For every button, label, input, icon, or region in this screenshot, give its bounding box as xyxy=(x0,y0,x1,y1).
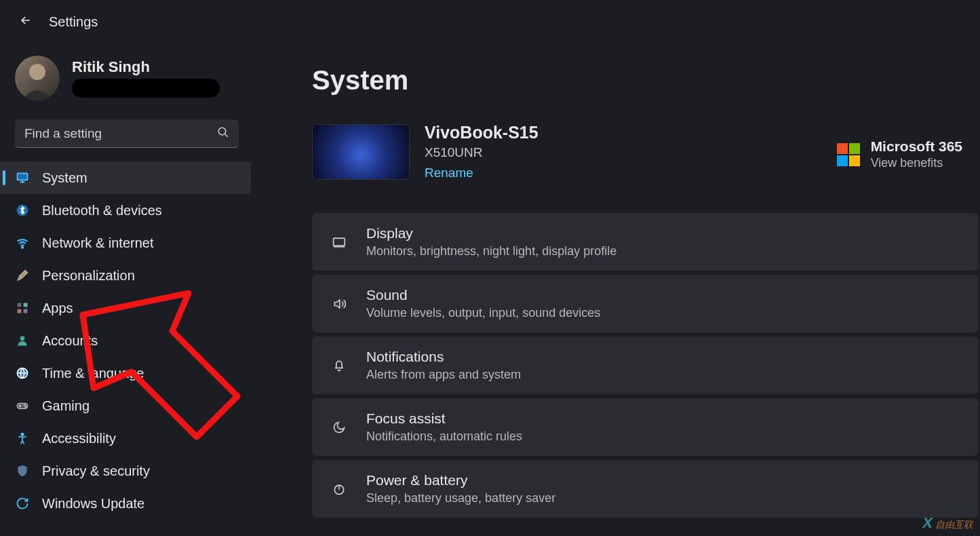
card-subtitle: Volume levels, output, input, sound devi… xyxy=(366,306,600,320)
person-icon xyxy=(15,333,30,348)
shield-icon xyxy=(15,463,30,478)
card-subtitle: Monitors, brightness, night light, displ… xyxy=(366,244,616,259)
microsoft-logo-icon xyxy=(837,143,860,166)
wifi-icon xyxy=(15,235,30,250)
card-subtitle: Sleep, battery usage, battery saver xyxy=(366,491,555,505)
svg-point-4 xyxy=(22,246,24,248)
power-icon xyxy=(330,482,349,496)
settings-card-notifications[interactable]: Notifications Alerts from apps and syste… xyxy=(312,337,979,394)
card-title: Sound xyxy=(366,287,600,303)
bell-icon xyxy=(330,359,349,372)
sidebar-item-time[interactable]: Time & language xyxy=(0,357,251,389)
update-icon xyxy=(15,496,30,511)
sidebar-item-label: Windows Update xyxy=(42,496,144,512)
card-title: Display xyxy=(366,225,616,242)
sidebar-item-label: Accounts xyxy=(42,333,98,349)
svg-point-0 xyxy=(29,64,45,80)
svg-rect-6 xyxy=(24,303,28,307)
sidebar-item-update[interactable]: Windows Update xyxy=(0,487,251,520)
sidebar-item-label: Bluetooth & devices xyxy=(42,203,162,218)
search-input-container[interactable] xyxy=(15,119,239,148)
settings-card-sound[interactable]: Sound Volume levels, output, input, soun… xyxy=(312,275,979,332)
user-email-redacted xyxy=(72,79,220,98)
sidebar-item-label: Privacy & security xyxy=(42,463,150,479)
microsoft-365-link[interactable]: Microsoft 365 View benefits xyxy=(837,138,962,170)
search-icon xyxy=(217,126,229,141)
svg-rect-5 xyxy=(18,303,22,307)
svg-point-13 xyxy=(25,406,26,408)
gamepad-icon xyxy=(15,398,30,413)
settings-card-power[interactable]: Power & battery Sleep, battery usage, ba… xyxy=(312,460,979,518)
apps-icon xyxy=(15,301,30,315)
svg-point-9 xyxy=(20,336,25,341)
avatar xyxy=(15,56,60,100)
back-button[interactable] xyxy=(19,14,33,30)
page-title: Settings xyxy=(49,14,98,30)
sidebar-item-system[interactable]: System xyxy=(0,161,251,194)
m365-subtitle: View benefits xyxy=(871,156,962,170)
sidebar-item-personalization[interactable]: Personalization xyxy=(0,259,251,292)
main-heading: System xyxy=(312,65,980,96)
search-input[interactable] xyxy=(24,126,217,141)
svg-rect-2 xyxy=(18,173,28,180)
globe-icon xyxy=(15,366,30,381)
sidebar-item-label: Network & internet xyxy=(42,235,154,251)
svg-rect-7 xyxy=(18,309,22,313)
moon-icon xyxy=(330,421,349,434)
sidebar-item-gaming[interactable]: Gaming xyxy=(0,389,251,422)
sidebar-item-privacy[interactable]: Privacy & security xyxy=(0,455,251,487)
watermark: X自由互联 xyxy=(922,514,973,532)
device-thumbnail xyxy=(312,124,410,180)
sound-icon xyxy=(330,297,349,311)
card-subtitle: Alerts from apps and system xyxy=(366,368,521,382)
svg-rect-15 xyxy=(334,238,345,246)
card-subtitle: Notifications, automatic rules xyxy=(366,429,522,444)
brush-icon xyxy=(15,268,30,283)
sidebar-item-label: Personalization xyxy=(42,268,135,284)
accessibility-icon xyxy=(15,431,30,446)
monitor-icon xyxy=(15,170,30,185)
device-name: VivoBook-S15 xyxy=(425,123,538,142)
sidebar-item-accessibility[interactable]: Accessibility xyxy=(0,422,251,455)
display-icon xyxy=(330,235,349,249)
bluetooth-icon xyxy=(15,203,30,218)
sidebar-item-accounts[interactable]: Accounts xyxy=(0,324,251,357)
sidebar-item-network[interactable]: Network & internet xyxy=(0,227,251,259)
svg-point-12 xyxy=(24,404,26,406)
svg-point-14 xyxy=(21,434,23,436)
sidebar-item-apps[interactable]: Apps xyxy=(0,292,251,324)
sidebar-item-label: System xyxy=(42,170,87,186)
m365-title: Microsoft 365 xyxy=(871,138,962,155)
sidebar-item-label: Time & language xyxy=(42,366,144,381)
sidebar-item-label: Apps xyxy=(42,301,73,316)
card-title: Focus assist xyxy=(366,410,522,427)
settings-cards-list: Display Monitors, brightness, night ligh… xyxy=(312,213,980,518)
svg-rect-8 xyxy=(24,309,28,313)
settings-card-focus[interactable]: Focus assist Notifications, automatic ru… xyxy=(312,398,979,456)
rename-link[interactable]: Rename xyxy=(425,166,538,180)
sidebar-item-label: Accessibility xyxy=(42,431,116,446)
device-model: X510UNR xyxy=(425,145,538,160)
svg-point-1 xyxy=(218,128,226,135)
user-name: Ritik Singh xyxy=(72,58,220,76)
card-title: Notifications xyxy=(366,349,521,365)
card-title: Power & battery xyxy=(366,472,555,489)
sidebar-item-label: Gaming xyxy=(42,398,90,414)
settings-card-display[interactable]: Display Monitors, brightness, night ligh… xyxy=(312,213,979,271)
sidebar-item-bluetooth[interactable]: Bluetooth & devices xyxy=(0,194,251,227)
